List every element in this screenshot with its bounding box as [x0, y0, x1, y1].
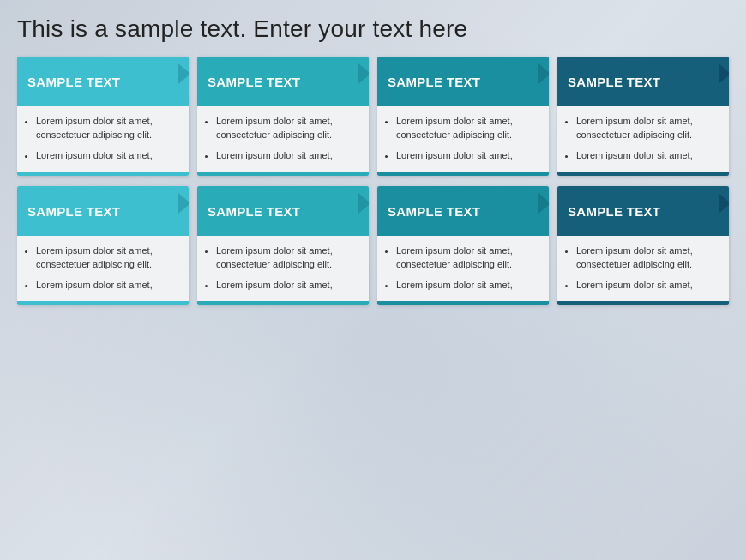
list-item: Lorem ipsum dolor sit amet, — [396, 149, 538, 163]
list-item: Lorem ipsum dolor sit amet, consectetuer… — [396, 115, 538, 142]
card-header-text-r1c4: SAMPLE TEXT — [568, 75, 660, 90]
card-header-r1c1: SAMPLE TEXT — [17, 57, 189, 106]
list-item: Lorem ipsum dolor sit amet, consectetuer… — [396, 244, 538, 272]
card-header-text-r1c2: SAMPLE TEXT — [208, 75, 300, 90]
card-bottom-bar-r2c4 — [557, 301, 729, 305]
list-item: Lorem ipsum dolor sit amet, — [576, 279, 719, 292]
card-bottom-bar-r1c2 — [197, 172, 369, 176]
card-body-r2c3: Lorem ipsum dolor sit amet, consectetuer… — [377, 236, 549, 301]
card-header-r2c1: SAMPLE TEXT — [17, 186, 189, 236]
list-item: Lorem ipsum dolor sit amet, consectetuer… — [216, 244, 358, 272]
card-header-r2c2: SAMPLE TEXT — [197, 186, 369, 236]
card-grid-row1: SAMPLE TEXTLorem ipsum dolor sit amet, c… — [17, 57, 729, 176]
list-item: Lorem ipsum dolor sit amet, — [216, 279, 358, 292]
card-r2c4: SAMPLE TEXTLorem ipsum dolor sit amet, c… — [557, 186, 729, 305]
list-item: Lorem ipsum dolor sit amet, — [576, 149, 719, 163]
card-header-text-r2c4: SAMPLE TEXT — [568, 204, 660, 220]
card-header-r1c3: SAMPLE TEXT — [377, 57, 549, 106]
list-item: Lorem ipsum dolor sit amet, — [216, 149, 358, 163]
list-item: Lorem ipsum dolor sit amet, consectetuer… — [216, 115, 358, 142]
card-r1c2: SAMPLE TEXTLorem ipsum dolor sit amet, c… — [197, 57, 369, 176]
list-item: Lorem ipsum dolor sit amet, consectetuer… — [36, 244, 178, 272]
card-r1c1: SAMPLE TEXTLorem ipsum dolor sit amet, c… — [17, 57, 189, 176]
card-header-r1c2: SAMPLE TEXT — [197, 57, 369, 106]
card-bottom-bar-r2c1 — [17, 301, 189, 305]
card-bottom-bar-r1c3 — [377, 172, 549, 176]
card-bottom-bar-r1c1 — [17, 172, 189, 176]
card-header-text-r2c2: SAMPLE TEXT — [208, 204, 300, 220]
card-body-r1c4: Lorem ipsum dolor sit amet, consectetuer… — [557, 106, 729, 172]
list-item: Lorem ipsum dolor sit amet, consectetuer… — [576, 244, 719, 272]
card-header-r2c4: SAMPLE TEXT — [557, 186, 729, 236]
card-r2c3: SAMPLE TEXTLorem ipsum dolor sit amet, c… — [377, 186, 549, 305]
card-grid-row2: SAMPLE TEXTLorem ipsum dolor sit amet, c… — [17, 186, 729, 305]
card-header-text-r1c1: SAMPLE TEXT — [27, 75, 120, 90]
card-r2c1: SAMPLE TEXTLorem ipsum dolor sit amet, c… — [17, 186, 189, 305]
card-header-text-r2c3: SAMPLE TEXT — [388, 204, 480, 220]
list-item: Lorem ipsum dolor sit amet, consectetuer… — [36, 115, 178, 142]
page-title: This is a sample text. Enter your text h… — [17, 15, 729, 43]
card-body-r1c1: Lorem ipsum dolor sit amet, consectetuer… — [17, 106, 189, 172]
card-r1c4: SAMPLE TEXTLorem ipsum dolor sit amet, c… — [557, 57, 729, 176]
card-header-r1c4: SAMPLE TEXT — [557, 57, 729, 106]
card-body-r2c4: Lorem ipsum dolor sit amet, consectetuer… — [557, 236, 729, 301]
card-header-r2c3: SAMPLE TEXT — [377, 186, 549, 236]
card-bottom-bar-r1c4 — [557, 172, 729, 176]
card-header-text-r1c3: SAMPLE TEXT — [388, 75, 480, 90]
card-bottom-bar-r2c2 — [197, 301, 369, 305]
card-bottom-bar-r2c3 — [377, 301, 549, 305]
card-body-r2c2: Lorem ipsum dolor sit amet, consectetuer… — [197, 236, 369, 301]
card-r1c3: SAMPLE TEXTLorem ipsum dolor sit amet, c… — [377, 57, 549, 176]
card-r2c2: SAMPLE TEXTLorem ipsum dolor sit amet, c… — [197, 186, 369, 305]
card-body-r1c2: Lorem ipsum dolor sit amet, consectetuer… — [197, 106, 369, 172]
card-body-r2c1: Lorem ipsum dolor sit amet, consectetuer… — [17, 236, 189, 301]
card-header-text-r2c1: SAMPLE TEXT — [27, 204, 120, 220]
list-item: Lorem ipsum dolor sit amet, consectetuer… — [576, 115, 719, 142]
list-item: Lorem ipsum dolor sit amet, — [36, 149, 178, 163]
list-item: Lorem ipsum dolor sit amet, — [396, 279, 538, 292]
card-body-r1c3: Lorem ipsum dolor sit amet, consectetuer… — [377, 106, 549, 172]
list-item: Lorem ipsum dolor sit amet, — [36, 279, 178, 292]
page-container: This is a sample text. Enter your text h… — [0, 0, 746, 326]
